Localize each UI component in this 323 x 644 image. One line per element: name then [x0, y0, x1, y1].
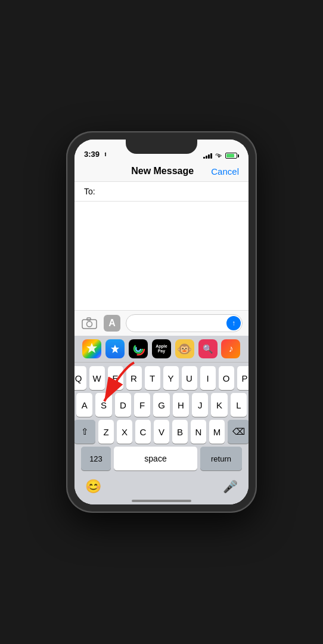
key-s[interactable]: S [95, 393, 111, 417]
activity-app-icon[interactable] [129, 339, 148, 358]
key-q[interactable]: Q [74, 366, 86, 390]
key-j[interactable]: J [192, 393, 208, 417]
key-u[interactable]: U [182, 366, 197, 390]
navigation-bar: New Message Cancel [74, 161, 249, 182]
key-c[interactable]: C [135, 420, 151, 444]
music-app-icon[interactable]: ♪ [221, 339, 240, 358]
return-key[interactable]: return [200, 447, 242, 470]
keyboard-row-4: 123 space return [76, 447, 247, 470]
appstore-icon: A [104, 315, 120, 332]
key-e[interactable]: E [108, 366, 123, 390]
app-icons-strip: ApplePay 🐵 🔍 ♪ [74, 336, 249, 363]
numbers-key[interactable]: 123 [81, 447, 111, 470]
camera-icon [82, 317, 97, 329]
monkey-emoji-icon[interactable]: 🐵 [175, 339, 194, 358]
key-x[interactable]: X [117, 420, 132, 444]
home-bar [132, 500, 191, 502]
delete-key[interactable]: ⌫ [228, 420, 249, 444]
keyboard-bottom: 😊 🎤 [76, 473, 247, 500]
key-z[interactable]: Z [98, 420, 114, 444]
appstore-strip-icon[interactable] [105, 339, 125, 358]
key-w[interactable]: W [89, 366, 105, 390]
wifi-icon [215, 153, 223, 159]
key-i[interactable]: I [200, 366, 216, 390]
applepay-icon[interactable]: ApplePay [152, 339, 171, 358]
key-n[interactable]: N [191, 420, 206, 444]
search-app-icon[interactable]: 🔍 [198, 339, 218, 358]
key-p[interactable]: P [237, 366, 249, 390]
status-time: 3:39 [84, 150, 108, 159]
input-toolbar: A ↑ [74, 310, 249, 336]
keyboard-row-2: A S D F G H J K L [76, 393, 247, 417]
to-input[interactable] [100, 187, 239, 196]
message-input-wrapper: ↑ [126, 314, 243, 332]
home-indicator [76, 500, 247, 504]
key-f[interactable]: F [134, 393, 150, 417]
key-v[interactable]: V [154, 420, 169, 444]
key-h[interactable]: H [173, 393, 189, 417]
microphone-button[interactable]: 🎤 [219, 476, 241, 497]
key-k[interactable]: K [211, 393, 227, 417]
key-l[interactable]: L [231, 393, 247, 417]
svg-rect-3 [87, 318, 91, 320]
camera-button[interactable] [80, 314, 98, 332]
space-key[interactable]: space [114, 447, 197, 470]
page-title: New Message [131, 166, 194, 177]
to-label: To: [84, 187, 95, 196]
signal-icon [203, 153, 212, 159]
key-b[interactable]: B [172, 420, 188, 444]
key-o[interactable]: O [219, 366, 234, 390]
emoji-button[interactable]: 😊 [82, 476, 104, 497]
keyboard: Q W E R T Y U I O P A S D F G H J K [74, 363, 249, 504]
appstore-button[interactable]: A [103, 314, 121, 332]
message-body[interactable] [74, 202, 249, 310]
svg-point-2 [87, 321, 92, 327]
keyboard-row-3: ⇧ Z X C V B N M ⌫ [76, 420, 247, 444]
send-button[interactable]: ↑ [226, 316, 241, 330]
key-y[interactable]: Y [163, 366, 179, 390]
message-input[interactable] [126, 314, 243, 332]
key-r[interactable]: R [126, 366, 142, 390]
key-t[interactable]: T [145, 366, 160, 390]
battery-icon [225, 153, 239, 159]
key-a[interactable]: A [76, 393, 92, 417]
keyboard-row-1: Q W E R T Y U I O P [76, 366, 247, 390]
to-field: To: [74, 182, 249, 202]
photos-app-icon[interactable] [82, 339, 101, 358]
key-d[interactable]: D [115, 393, 131, 417]
status-icons [203, 153, 239, 159]
cancel-button[interactable]: Cancel [211, 166, 239, 177]
key-g[interactable]: G [153, 393, 169, 417]
shift-key[interactable]: ⇧ [74, 420, 95, 444]
key-m[interactable]: M [209, 420, 225, 444]
